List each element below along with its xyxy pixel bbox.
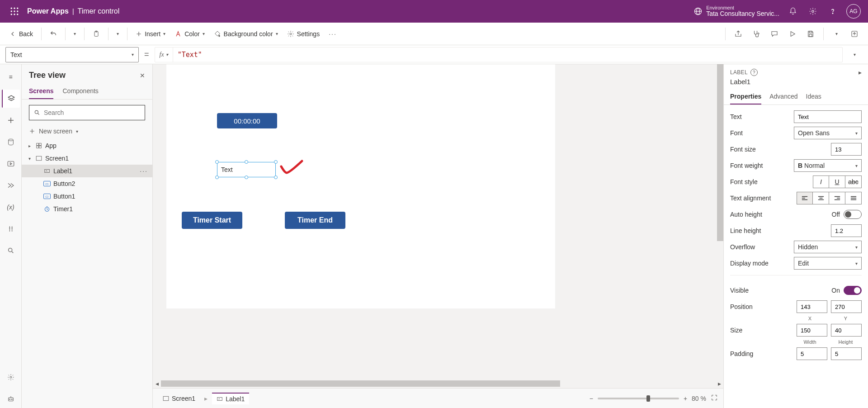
size-width-input[interactable] bbox=[797, 324, 827, 337]
zoom-out-button[interactable]: − bbox=[590, 395, 593, 402]
autoheight-toggle[interactable] bbox=[844, 210, 862, 219]
resize-handle[interactable] bbox=[274, 160, 278, 164]
tab-ideas[interactable]: Ideas bbox=[806, 89, 821, 104]
node-more-button[interactable]: ··· bbox=[140, 167, 148, 175]
fx-button[interactable]: fx▾ bbox=[155, 47, 173, 62]
control-help-icon[interactable]: ? bbox=[750, 69, 758, 76]
tree-node-timer1[interactable]: Timer1 bbox=[22, 203, 152, 215]
canvas-button-end[interactable]: Timer End bbox=[285, 212, 345, 229]
canvas-button-start[interactable]: Timer Start bbox=[182, 212, 242, 229]
color-menu[interactable]: Color ▾ bbox=[171, 28, 208, 39]
rail-advanced-tools[interactable] bbox=[2, 220, 20, 238]
scroll-right-icon[interactable]: ▸ bbox=[715, 380, 723, 387]
padding-a-input[interactable] bbox=[797, 347, 827, 360]
tree-search-input[interactable] bbox=[44, 109, 140, 116]
app-launcher-icon[interactable] bbox=[4, 0, 25, 22]
canvas-label-selected[interactable]: Text bbox=[217, 162, 276, 177]
paste-options-dropdown[interactable]: ▾ bbox=[113, 29, 123, 38]
rail-hamburger[interactable]: ≡ bbox=[2, 68, 20, 86]
preview-button[interactable] bbox=[784, 26, 801, 42]
underline-button[interactable]: U bbox=[829, 176, 845, 188]
position-y-input[interactable] bbox=[831, 300, 862, 313]
italic-button[interactable]: I bbox=[813, 176, 829, 188]
align-center-button[interactable] bbox=[813, 192, 829, 204]
resize-handle[interactable] bbox=[274, 176, 278, 179]
paste-button[interactable] bbox=[89, 28, 104, 39]
save-button[interactable] bbox=[802, 26, 819, 42]
displaymode-select[interactable]: Edit▾ bbox=[794, 257, 862, 270]
resize-handle[interactable] bbox=[215, 176, 219, 179]
canvas-timer-control[interactable]: 00:00:00 bbox=[217, 113, 277, 128]
vertical-scrollbar[interactable] bbox=[717, 64, 723, 359]
app-checker-button[interactable] bbox=[748, 26, 764, 42]
tab-components[interactable]: Components bbox=[62, 84, 98, 99]
lineheight-input[interactable] bbox=[831, 224, 862, 237]
back-button[interactable]: Back bbox=[5, 28, 37, 39]
tree-search[interactable] bbox=[29, 105, 145, 120]
help-icon[interactable] bbox=[823, 1, 843, 21]
environment-picker[interactable]: Environment Tata Consultancy Servic... bbox=[693, 5, 779, 17]
insert-menu[interactable]: Insert ▾ bbox=[132, 28, 169, 39]
horizontal-scrollbar[interactable]: ◂ ▸ bbox=[153, 379, 723, 388]
rail-data[interactable] bbox=[2, 133, 20, 151]
fit-to-screen-button[interactable] bbox=[711, 394, 718, 403]
resize-handle[interactable] bbox=[245, 176, 248, 179]
publish-button[interactable] bbox=[846, 26, 863, 42]
control-name[interactable]: Label1 bbox=[724, 78, 868, 89]
overflow-select[interactable]: Hidden▾ bbox=[794, 241, 862, 253]
design-canvas[interactable]: 00:00:00 Text Timer Start Timer End bbox=[166, 64, 555, 308]
share-button[interactable] bbox=[730, 26, 746, 42]
rail-insert[interactable] bbox=[2, 111, 20, 129]
tree-close-button[interactable]: ✕ bbox=[140, 72, 145, 79]
formula-value[interactable]: "Text" bbox=[173, 51, 207, 59]
tree-node-label1[interactable]: Label1 ··· bbox=[22, 165, 152, 177]
align-justify-button[interactable] bbox=[845, 192, 862, 204]
tab-advanced[interactable]: Advanced bbox=[769, 89, 797, 104]
overflow-menu[interactable]: ··· bbox=[325, 28, 340, 39]
bgcolor-menu[interactable]: Background color ▾ bbox=[210, 28, 282, 39]
rail-power-automate[interactable] bbox=[2, 176, 20, 195]
comments-button[interactable] bbox=[766, 26, 783, 42]
font-select[interactable]: Open Sans▾ bbox=[794, 127, 862, 139]
crumb-screen1[interactable]: Screen1 bbox=[158, 393, 200, 404]
undo-history-dropdown[interactable]: ▾ bbox=[70, 29, 80, 38]
settings-menu[interactable]: Settings bbox=[283, 28, 324, 39]
tree-node-button1[interactable]: ▭ Button1 bbox=[22, 190, 152, 203]
rail-settings[interactable] bbox=[2, 368, 20, 386]
scrollbar-thumb[interactable] bbox=[717, 64, 723, 241]
rail-ask-virtual-agent[interactable] bbox=[2, 390, 20, 408]
align-left-button[interactable] bbox=[797, 192, 813, 204]
new-screen-button[interactable]: New screen ▾ bbox=[22, 126, 152, 139]
scroll-left-icon[interactable]: ◂ bbox=[153, 380, 161, 387]
settings-gear-icon[interactable] bbox=[803, 1, 823, 21]
zoom-slider[interactable] bbox=[598, 398, 679, 399]
align-right-button[interactable] bbox=[829, 192, 845, 204]
tree-node-button2[interactable]: ▭ Button2 bbox=[22, 177, 152, 190]
fontweight-select[interactable]: B Normal▾ bbox=[794, 159, 862, 172]
rail-media[interactable] bbox=[2, 155, 20, 173]
undo-button[interactable] bbox=[46, 28, 61, 39]
user-avatar[interactable]: AG bbox=[846, 4, 861, 19]
panel-collapse-icon[interactable]: ▸ bbox=[859, 69, 862, 76]
position-x-input[interactable] bbox=[797, 300, 827, 313]
canvas-scroll[interactable]: 00:00:00 Text Timer Start Timer End bbox=[153, 64, 723, 379]
rail-search[interactable] bbox=[2, 242, 20, 260]
fontsize-input[interactable] bbox=[831, 143, 862, 156]
formula-expand-button[interactable]: ▾ bbox=[846, 52, 863, 57]
strikethrough-button[interactable]: abc bbox=[845, 176, 862, 188]
text-input[interactable] bbox=[794, 110, 862, 123]
tree-node-screen1[interactable]: ▾ Screen1 bbox=[22, 152, 152, 165]
tree-node-app[interactable]: ▸ App bbox=[22, 139, 152, 152]
resize-handle[interactable] bbox=[245, 160, 248, 164]
size-height-input[interactable] bbox=[831, 324, 862, 337]
resize-handle[interactable] bbox=[215, 160, 219, 164]
tab-screens[interactable]: Screens bbox=[29, 84, 53, 99]
tab-properties[interactable]: Properties bbox=[730, 89, 761, 104]
property-selector[interactable]: Text ▾ bbox=[5, 47, 139, 62]
scrollbar-thumb[interactable] bbox=[161, 380, 560, 387]
rail-variables[interactable]: (x) bbox=[2, 198, 20, 216]
zoom-in-button[interactable]: + bbox=[684, 395, 687, 402]
notifications-icon[interactable] bbox=[783, 1, 803, 21]
save-options-dropdown[interactable]: ▾ bbox=[828, 26, 844, 42]
padding-b-input[interactable] bbox=[831, 347, 862, 360]
